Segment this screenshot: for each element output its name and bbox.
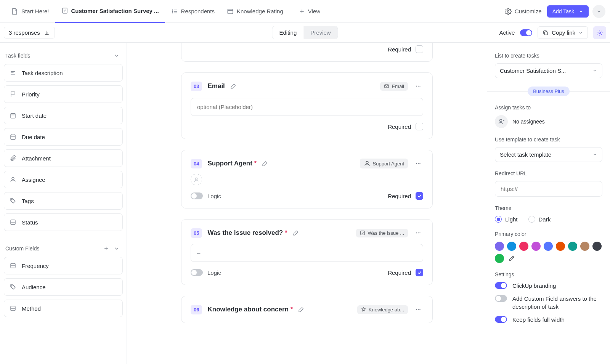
color-swatch[interactable] bbox=[544, 242, 553, 251]
setting-row: Keep fields full width bbox=[495, 316, 602, 324]
field-label: Frequency bbox=[22, 263, 49, 269]
pencil-icon[interactable] bbox=[298, 306, 304, 313]
list-select[interactable]: Customer Satisfaction S... bbox=[495, 63, 602, 78]
tab-knowledge[interactable]: Knowledge Rating bbox=[221, 0, 289, 23]
chevron-down-icon bbox=[114, 53, 120, 59]
required-checkbox[interactable] bbox=[416, 192, 423, 200]
eyedropper-icon[interactable] bbox=[507, 254, 516, 263]
form-field-card[interactable]: 05 Was the issue resolved? * Was the iss… bbox=[181, 219, 433, 285]
field-item[interactable]: Tags bbox=[4, 192, 123, 210]
settings-label: Settings bbox=[495, 271, 602, 277]
field-item[interactable]: Method bbox=[4, 300, 123, 317]
settings-button[interactable] bbox=[593, 26, 606, 39]
responses-button[interactable]: 3 responses bbox=[4, 27, 55, 38]
setting-toggle[interactable] bbox=[495, 295, 507, 302]
pencil-icon[interactable] bbox=[262, 160, 268, 167]
svg-point-24 bbox=[195, 178, 197, 180]
more-icon[interactable] bbox=[413, 81, 423, 91]
color-swatch[interactable] bbox=[592, 242, 602, 251]
person-icon bbox=[10, 176, 16, 183]
assignee-selector[interactable]: No assignees bbox=[495, 115, 602, 128]
required-checkbox[interactable] bbox=[416, 269, 423, 276]
setting-toggle[interactable] bbox=[495, 316, 507, 323]
field-title: Was the issue resolved? * bbox=[207, 229, 287, 237]
more-icon[interactable] bbox=[413, 159, 423, 168]
required-checkbox[interactable] bbox=[416, 123, 423, 130]
tab-respondents[interactable]: Respondents bbox=[165, 0, 221, 23]
field-item[interactable]: Status bbox=[4, 213, 123, 231]
active-toggle[interactable] bbox=[520, 29, 532, 36]
chevron-down-icon bbox=[596, 9, 602, 14]
logic-toggle[interactable] bbox=[191, 192, 203, 199]
color-swatch[interactable] bbox=[519, 242, 528, 251]
assignee-placeholder[interactable] bbox=[191, 174, 202, 185]
top-tabs: Start Here! Customer Satisfaction Survey… bbox=[0, 0, 610, 23]
placeholder-input[interactable] bbox=[191, 98, 423, 116]
tab-start-here[interactable]: Start Here! bbox=[5, 0, 55, 23]
copy-link-button[interactable]: Copy link bbox=[538, 26, 588, 39]
field-item[interactable]: Assignee bbox=[4, 171, 123, 188]
tab-add-view[interactable]: View bbox=[293, 0, 326, 23]
divider bbox=[291, 7, 291, 16]
svg-point-14 bbox=[11, 285, 12, 286]
more-icon[interactable] bbox=[413, 305, 423, 314]
field-type-chip[interactable]: Was the issue ... bbox=[356, 229, 408, 237]
svg-rect-8 bbox=[11, 114, 15, 118]
logic-toggle[interactable] bbox=[191, 269, 203, 276]
preview-tab[interactable]: Preview bbox=[303, 26, 337, 39]
chevron-down-icon bbox=[114, 245, 120, 252]
required-checkbox[interactable] bbox=[416, 45, 423, 53]
form-field-card[interactable]: 06 Knowledge about concern * Knowledge a… bbox=[181, 296, 433, 323]
field-number: 05 bbox=[191, 228, 202, 238]
color-swatch[interactable] bbox=[556, 242, 565, 251]
svg-point-32 bbox=[500, 119, 502, 122]
color-swatch[interactable] bbox=[531, 242, 541, 251]
responses-count: 3 responses bbox=[9, 29, 40, 36]
color-swatch[interactable] bbox=[580, 242, 589, 251]
task-fields-header[interactable]: Task fields bbox=[4, 50, 123, 64]
svg-rect-9 bbox=[11, 135, 15, 140]
more-icon[interactable] bbox=[413, 228, 423, 238]
editing-tab[interactable]: Editing bbox=[272, 26, 303, 39]
color-swatch[interactable] bbox=[507, 242, 516, 251]
field-type-chip[interactable]: Email bbox=[380, 82, 408, 91]
form-field-card[interactable]: 04 Support Agent * Support Agent LogicRe… bbox=[181, 150, 433, 208]
field-type-chip[interactable]: Support Agent bbox=[360, 159, 408, 168]
add-task-button[interactable]: Add Task bbox=[547, 5, 589, 18]
color-swatch[interactable] bbox=[568, 242, 577, 251]
form-field-card[interactable]: 03 Email Email Required bbox=[181, 72, 433, 139]
field-item[interactable]: Task description bbox=[4, 64, 123, 82]
color-swatch[interactable] bbox=[495, 254, 504, 263]
field-type-chip[interactable]: Knowledge ab... bbox=[357, 305, 408, 314]
setting-toggle[interactable] bbox=[495, 282, 507, 289]
field-item[interactable]: Start date bbox=[4, 107, 123, 124]
redirect-input[interactable] bbox=[495, 181, 602, 197]
field-item[interactable]: Priority bbox=[4, 85, 123, 103]
field-title: Email bbox=[207, 82, 225, 90]
tab-survey[interactable]: Customer Satisfaction Survey ... bbox=[55, 0, 165, 23]
template-select[interactable]: Select task template bbox=[495, 147, 602, 162]
assign-label: Assign tasks to bbox=[495, 104, 602, 111]
more-menu-button[interactable] bbox=[592, 5, 605, 18]
svg-point-7 bbox=[599, 32, 601, 34]
custom-fields-header[interactable]: Custom Fields bbox=[4, 243, 123, 257]
calendar-icon bbox=[10, 133, 16, 140]
theme-dark-radio[interactable]: Dark bbox=[528, 216, 551, 223]
customize-button[interactable]: Customize bbox=[505, 8, 542, 15]
dropdown-placeholder[interactable]: – bbox=[191, 244, 423, 262]
plus-icon[interactable] bbox=[103, 245, 109, 252]
field-item[interactable]: Attachment bbox=[4, 149, 123, 167]
theme-light-radio[interactable]: Light bbox=[495, 216, 518, 223]
svg-point-28 bbox=[419, 233, 420, 233]
field-number: 06 bbox=[191, 305, 202, 314]
subbar: 3 responses Editing Preview Active Copy … bbox=[0, 23, 610, 43]
field-item[interactable]: Audience bbox=[4, 278, 123, 296]
field-label: Due date bbox=[22, 134, 45, 140]
field-item[interactable]: Due date bbox=[4, 128, 123, 146]
color-swatch[interactable] bbox=[495, 242, 504, 251]
required-label: Required bbox=[388, 193, 411, 199]
pencil-icon[interactable] bbox=[293, 230, 299, 236]
field-item[interactable]: Frequency bbox=[4, 257, 123, 274]
pencil-icon[interactable] bbox=[230, 83, 236, 89]
tab-label: View bbox=[308, 8, 320, 14]
